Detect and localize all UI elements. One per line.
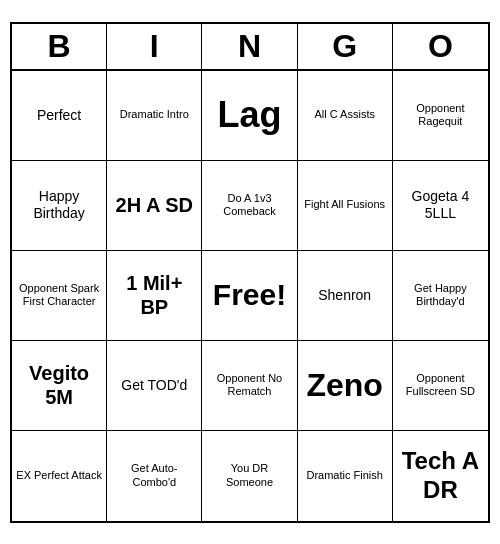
cell-text: All C Assists: [302, 108, 388, 121]
bingo-cell: Fight All Fusions: [298, 161, 393, 251]
bingo-cell: Get TOD'd: [107, 341, 202, 431]
bingo-cell: All C Assists: [298, 71, 393, 161]
header-letter: N: [202, 24, 297, 69]
cell-text: Perfect: [16, 107, 102, 124]
bingo-grid: PerfectDramatic IntroLagAll C AssistsOpp…: [12, 71, 488, 521]
bingo-cell: Opponent Fullscreen SD: [393, 341, 488, 431]
bingo-cell: Perfect: [12, 71, 107, 161]
bingo-cell: Dramatic Finish: [298, 431, 393, 521]
bingo-cell: Dramatic Intro: [107, 71, 202, 161]
cell-text: Get Happy Birthday'd: [397, 282, 484, 308]
cell-text: Lag: [206, 93, 292, 136]
bingo-cell: Do A 1v3 Comeback: [202, 161, 297, 251]
cell-text: Zeno: [302, 366, 388, 404]
cell-text: Get Auto-Combo'd: [111, 462, 197, 488]
cell-text: Tech A DR: [397, 447, 484, 505]
cell-text: Fight All Fusions: [302, 198, 388, 211]
cell-text: Opponent Ragequit: [397, 102, 484, 128]
bingo-cell: EX Perfect Attack: [12, 431, 107, 521]
bingo-cell: Lag: [202, 71, 297, 161]
cell-text: Do A 1v3 Comeback: [206, 192, 292, 218]
bingo-card: BINGO PerfectDramatic IntroLagAll C Assi…: [10, 22, 490, 523]
bingo-cell: Get Happy Birthday'd: [393, 251, 488, 341]
cell-text: You DR Someone: [206, 462, 292, 488]
bingo-cell: 1 Mil+ BP: [107, 251, 202, 341]
cell-text: Vegito 5M: [16, 361, 102, 409]
cell-text: Opponent No Rematch: [206, 372, 292, 398]
cell-text: Opponent Spark First Character: [16, 282, 102, 308]
header-letter: B: [12, 24, 107, 69]
bingo-cell: Get Auto-Combo'd: [107, 431, 202, 521]
bingo-cell: Happy Birthday: [12, 161, 107, 251]
header-letter: O: [393, 24, 488, 69]
cell-text: Get TOD'd: [111, 377, 197, 394]
cell-text: Shenron: [302, 287, 388, 304]
bingo-cell: Free!: [202, 251, 297, 341]
bingo-cell: Tech A DR: [393, 431, 488, 521]
bingo-cell: Opponent Ragequit: [393, 71, 488, 161]
cell-text: Dramatic Intro: [111, 108, 197, 121]
cell-text: 2H A SD: [111, 193, 197, 217]
cell-text: Opponent Fullscreen SD: [397, 372, 484, 398]
bingo-cell: Shenron: [298, 251, 393, 341]
bingo-cell: Opponent Spark First Character: [12, 251, 107, 341]
cell-text: 1 Mil+ BP: [111, 271, 197, 319]
cell-text: Free!: [206, 277, 292, 313]
bingo-cell: Opponent No Rematch: [202, 341, 297, 431]
cell-text: Happy Birthday: [16, 188, 102, 222]
header-letter: I: [107, 24, 202, 69]
bingo-cell: Vegito 5M: [12, 341, 107, 431]
header-letter: G: [298, 24, 393, 69]
bingo-cell: You DR Someone: [202, 431, 297, 521]
cell-text: Dramatic Finish: [302, 469, 388, 482]
bingo-cell: 2H A SD: [107, 161, 202, 251]
bingo-header: BINGO: [12, 24, 488, 71]
bingo-cell: Zeno: [298, 341, 393, 431]
bingo-cell: Gogeta 4 5LLL: [393, 161, 488, 251]
cell-text: Gogeta 4 5LLL: [397, 188, 484, 222]
cell-text: EX Perfect Attack: [16, 469, 102, 482]
